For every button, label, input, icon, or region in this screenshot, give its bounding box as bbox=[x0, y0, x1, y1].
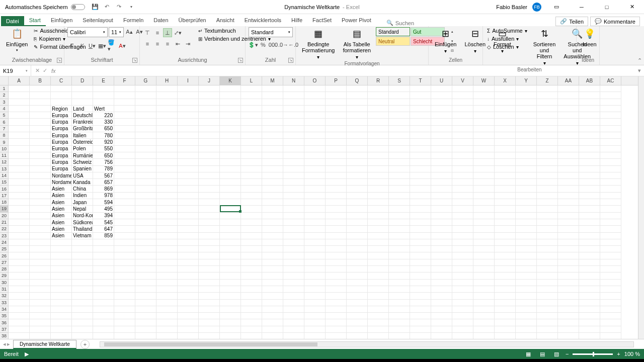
cell[interactable] bbox=[30, 246, 51, 252]
cell[interactable] bbox=[410, 239, 431, 246]
cell[interactable] bbox=[452, 319, 473, 326]
cell[interactable] bbox=[30, 166, 51, 172]
cell[interactable] bbox=[537, 112, 558, 119]
cell[interactable] bbox=[473, 119, 495, 125]
cell[interactable]: 869 bbox=[93, 186, 114, 192]
cell[interactable] bbox=[220, 273, 241, 279]
cell[interactable] bbox=[283, 239, 304, 246]
cell[interactable] bbox=[347, 300, 368, 306]
cell[interactable] bbox=[156, 119, 178, 125]
cell[interactable] bbox=[389, 319, 410, 326]
cell[interactable] bbox=[178, 152, 199, 159]
cell[interactable] bbox=[199, 132, 220, 139]
cell[interactable] bbox=[9, 259, 30, 266]
cell[interactable] bbox=[283, 193, 304, 199]
cell[interactable] bbox=[156, 300, 178, 306]
cell[interactable]: Vietnam bbox=[72, 233, 93, 239]
cell[interactable] bbox=[199, 186, 220, 192]
cell[interactable] bbox=[495, 273, 516, 279]
cell[interactable] bbox=[241, 85, 262, 92]
cell[interactable] bbox=[389, 266, 410, 273]
cell[interactable] bbox=[9, 106, 30, 112]
cell[interactable] bbox=[9, 333, 30, 339]
cell[interactable] bbox=[389, 159, 410, 165]
cell[interactable] bbox=[431, 286, 452, 293]
cell[interactable] bbox=[452, 293, 473, 299]
cell[interactable]: 594 bbox=[93, 199, 114, 206]
cell[interactable] bbox=[452, 179, 473, 186]
cell[interactable] bbox=[600, 132, 621, 139]
cell[interactable] bbox=[579, 306, 600, 313]
cell[interactable] bbox=[389, 226, 410, 232]
cell[interactable] bbox=[537, 92, 558, 99]
cell[interactable] bbox=[199, 326, 220, 333]
cell[interactable] bbox=[389, 306, 410, 313]
cell[interactable] bbox=[72, 239, 93, 246]
cell[interactable] bbox=[326, 326, 347, 333]
cell[interactable] bbox=[304, 119, 326, 125]
cell[interactable] bbox=[452, 326, 473, 333]
cell[interactable] bbox=[114, 186, 135, 192]
cell[interactable] bbox=[495, 306, 516, 313]
cell[interactable] bbox=[220, 132, 241, 139]
cell[interactable] bbox=[473, 213, 495, 219]
cell[interactable] bbox=[347, 213, 368, 219]
cell[interactable] bbox=[114, 246, 135, 252]
cell[interactable] bbox=[178, 132, 199, 139]
font-color-button[interactable]: A▾ bbox=[118, 41, 127, 50]
cell[interactable] bbox=[283, 172, 304, 179]
cell[interactable] bbox=[473, 132, 495, 139]
cell[interactable] bbox=[558, 233, 579, 239]
cell[interactable] bbox=[579, 266, 600, 273]
cell[interactable] bbox=[30, 186, 51, 192]
cell[interactable] bbox=[304, 92, 326, 99]
cell[interactable] bbox=[156, 146, 178, 152]
cell[interactable] bbox=[156, 92, 178, 99]
cell[interactable] bbox=[9, 326, 30, 333]
cell[interactable] bbox=[537, 273, 558, 279]
cell[interactable] bbox=[579, 213, 600, 219]
cell[interactable] bbox=[326, 313, 347, 319]
cell[interactable] bbox=[516, 259, 537, 266]
cell[interactable] bbox=[30, 206, 51, 212]
cell[interactable]: 978 bbox=[93, 193, 114, 199]
cell[interactable] bbox=[262, 233, 283, 239]
cell[interactable] bbox=[495, 159, 516, 165]
cell[interactable] bbox=[199, 319, 220, 326]
cell[interactable] bbox=[431, 293, 452, 299]
cell[interactable] bbox=[558, 146, 579, 152]
cell[interactable] bbox=[283, 246, 304, 252]
cell[interactable] bbox=[347, 92, 368, 99]
cell[interactable] bbox=[262, 286, 283, 293]
cell[interactable] bbox=[516, 306, 537, 313]
cell[interactable] bbox=[241, 179, 262, 186]
indent-inc-icon[interactable]: ⇥ bbox=[183, 39, 192, 48]
tab-ansicht[interactable]: Ansicht bbox=[211, 15, 239, 26]
cell[interactable] bbox=[410, 126, 431, 132]
cell[interactable] bbox=[114, 273, 135, 279]
cell[interactable] bbox=[114, 252, 135, 259]
cell[interactable] bbox=[262, 239, 283, 246]
cell[interactable] bbox=[452, 99, 473, 106]
cell[interactable] bbox=[199, 152, 220, 159]
cell[interactable] bbox=[326, 286, 347, 293]
fx-icon[interactable]: fx bbox=[51, 68, 56, 74]
cell[interactable] bbox=[368, 266, 389, 273]
cell[interactable] bbox=[558, 199, 579, 206]
cell[interactable] bbox=[410, 186, 431, 192]
cell[interactable] bbox=[241, 99, 262, 106]
cell[interactable] bbox=[579, 193, 600, 199]
tab-einfügen[interactable]: Einfügen bbox=[46, 15, 77, 26]
row-head[interactable]: 17 bbox=[0, 193, 9, 199]
cell[interactable] bbox=[135, 186, 156, 192]
cell[interactable] bbox=[156, 186, 178, 192]
cell[interactable] bbox=[304, 186, 326, 192]
cell[interactable] bbox=[72, 259, 93, 266]
cell[interactable]: Südkorea bbox=[72, 219, 93, 226]
cell[interactable] bbox=[410, 306, 431, 313]
cell[interactable] bbox=[579, 85, 600, 92]
cell[interactable]: Europa bbox=[51, 126, 72, 132]
cell[interactable] bbox=[452, 286, 473, 293]
autosum-button[interactable]: Σ AutoSumme ▾ bbox=[486, 27, 528, 34]
row-head[interactable]: 19 bbox=[0, 206, 9, 212]
